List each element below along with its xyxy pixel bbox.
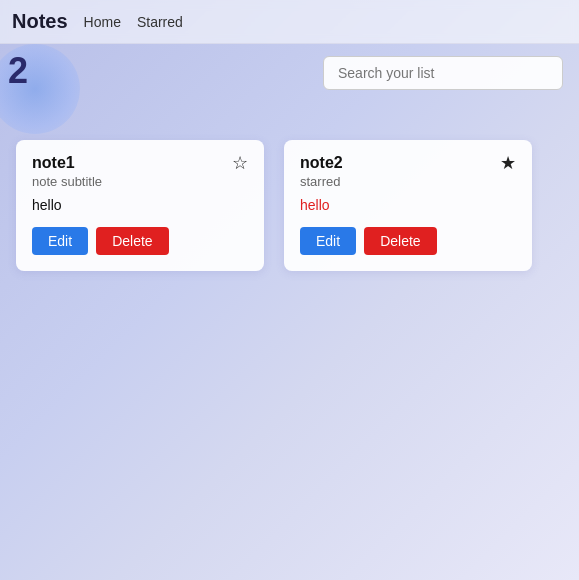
cards-container: note1 ☆ note subtitle hello Edit Delete …: [0, 140, 579, 271]
card-note2-subtitle: starred: [300, 174, 516, 189]
card-note1-body: hello: [32, 197, 248, 213]
nav-brand: Notes: [12, 10, 68, 33]
navbar: Notes Home Starred: [0, 0, 579, 44]
card-note2-body: hello: [300, 197, 516, 213]
star-icon-note2[interactable]: ★: [500, 154, 516, 172]
card-note1: note1 ☆ note subtitle hello Edit Delete: [16, 140, 264, 271]
delete-button-note1[interactable]: Delete: [96, 227, 168, 255]
card-note2-header: note2 ★: [300, 154, 516, 172]
star-icon-note1[interactable]: ☆: [232, 154, 248, 172]
card-note2-title: note2: [300, 154, 343, 172]
edit-button-note1[interactable]: Edit: [32, 227, 88, 255]
decorative-blob: [0, 44, 80, 134]
card-note2: note2 ★ starred hello Edit Delete: [284, 140, 532, 271]
nav-link-starred[interactable]: Starred: [137, 14, 183, 30]
card-note1-header: note1 ☆: [32, 154, 248, 172]
nav-link-home[interactable]: Home: [84, 14, 121, 30]
card-note1-subtitle: note subtitle: [32, 174, 248, 189]
search-input[interactable]: [323, 56, 563, 90]
big-number: 2: [8, 50, 28, 92]
card-note1-title: note1: [32, 154, 75, 172]
search-area: [323, 56, 563, 90]
delete-button-note2[interactable]: Delete: [364, 227, 436, 255]
card-note2-actions: Edit Delete: [300, 227, 516, 255]
edit-button-note2[interactable]: Edit: [300, 227, 356, 255]
card-note1-actions: Edit Delete: [32, 227, 248, 255]
